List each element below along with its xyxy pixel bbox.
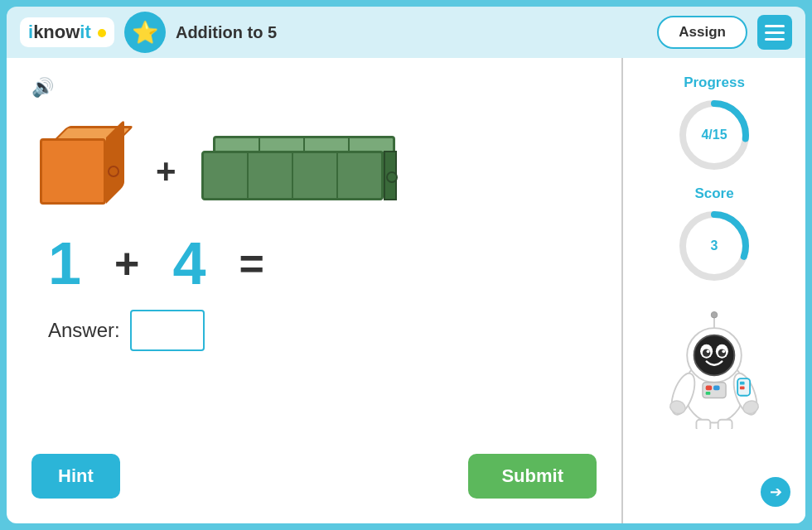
score-circle: 3 bbox=[677, 209, 752, 283]
cube-bar bbox=[201, 134, 417, 209]
answer-label: Answer: bbox=[48, 319, 120, 342]
svg-point-11 bbox=[707, 349, 710, 353]
progress-value: 4/15 bbox=[701, 128, 727, 142]
progress-circle: 4/15 bbox=[677, 98, 752, 172]
visual-plus: + bbox=[156, 154, 176, 189]
score-label: Score bbox=[694, 186, 733, 202]
svg-rect-14 bbox=[706, 386, 713, 391]
menu-bar-1 bbox=[765, 25, 785, 27]
sound-icon: 🔊 bbox=[31, 77, 54, 99]
header-right: Assign bbox=[657, 15, 792, 50]
bar-seg-4 bbox=[338, 153, 381, 198]
header: iknowit ⭐ Addition to 5 Assign bbox=[7, 7, 805, 58]
svg-rect-15 bbox=[713, 386, 720, 391]
bar-seg-1 bbox=[204, 153, 249, 198]
menu-bar-3 bbox=[765, 38, 785, 41]
svg-rect-22 bbox=[718, 420, 732, 429]
cube-knob bbox=[108, 166, 119, 177]
svg-rect-21 bbox=[696, 420, 710, 429]
svg-rect-13 bbox=[703, 383, 726, 398]
bar-body bbox=[201, 151, 384, 200]
lesson-title: Addition to 5 bbox=[176, 23, 647, 42]
math-visuals: + bbox=[31, 126, 597, 217]
equals-sign: = bbox=[239, 238, 263, 288]
answer-area: Answer: bbox=[31, 310, 597, 351]
right-panel: Progress 4/15 Score 3 bbox=[623, 58, 805, 523]
bar-top-seg-1 bbox=[215, 138, 260, 152]
svg-point-6 bbox=[694, 335, 735, 376]
bar-top-seg-3 bbox=[305, 138, 350, 152]
math-equation: 1 + 4 = bbox=[31, 234, 597, 293]
answer-input[interactable] bbox=[130, 310, 205, 351]
next-arrow-button[interactable] bbox=[761, 477, 790, 507]
bar-knob bbox=[386, 171, 398, 183]
menu-button[interactable] bbox=[757, 15, 792, 50]
hint-button[interactable]: Hint bbox=[31, 454, 120, 499]
number-1: 1 bbox=[48, 234, 81, 293]
menu-bar-2 bbox=[765, 31, 785, 34]
bar-seg-3 bbox=[293, 153, 338, 198]
star-badge: ⭐ bbox=[124, 12, 166, 53]
bar-top-seg-4 bbox=[350, 138, 393, 152]
star-icon: ⭐ bbox=[132, 20, 158, 46]
svg-rect-25 bbox=[740, 386, 745, 389]
main-area: 🔊 + bbox=[7, 58, 805, 523]
bar-top-seg-2 bbox=[260, 138, 305, 152]
left-panel: 🔊 + bbox=[7, 58, 623, 523]
svg-point-10 bbox=[718, 349, 726, 356]
svg-point-27 bbox=[711, 311, 718, 318]
submit-button[interactable]: Submit bbox=[468, 454, 597, 499]
progress-section: Progress 4/15 bbox=[677, 75, 752, 172]
plus-operator: + bbox=[114, 238, 139, 288]
astronaut-icon bbox=[660, 305, 768, 429]
astronaut-area bbox=[660, 305, 768, 429]
svg-point-12 bbox=[722, 349, 725, 353]
logo-area: iknowit bbox=[20, 17, 114, 47]
svg-point-9 bbox=[703, 349, 710, 356]
score-value: 3 bbox=[711, 238, 718, 253]
svg-rect-16 bbox=[706, 392, 711, 395]
number-2: 4 bbox=[172, 234, 205, 293]
cube-single bbox=[40, 126, 131, 217]
svg-rect-24 bbox=[740, 382, 745, 385]
progress-label: Progress bbox=[684, 75, 745, 91]
bar-seg-2 bbox=[249, 153, 293, 198]
score-section: Score 3 bbox=[677, 186, 752, 283]
cube-front-face bbox=[40, 138, 106, 205]
assign-button[interactable]: Assign bbox=[657, 16, 747, 49]
sound-button[interactable]: 🔊 bbox=[31, 75, 63, 101]
logo: iknowit bbox=[20, 17, 114, 47]
bottom-buttons: Hint Submit bbox=[31, 446, 597, 507]
